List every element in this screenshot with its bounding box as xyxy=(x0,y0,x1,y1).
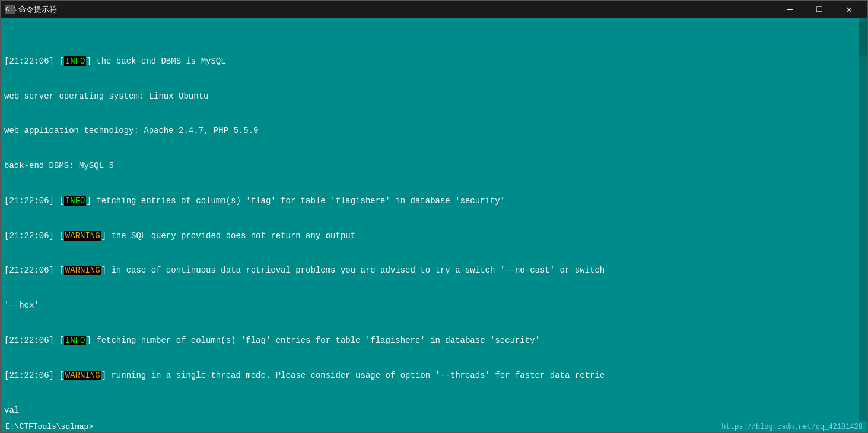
line-1: [21:22:06] [INFO] the back-end DBMS is M… xyxy=(4,56,854,68)
command-prompt: E:\CTFTools\sqlmap> xyxy=(5,422,93,431)
close-button[interactable]: ✕ xyxy=(835,1,863,18)
line-9: [21:22:06] [WARNING] running in a single… xyxy=(4,370,854,382)
line-8: [21:22:06] [INFO] fetching number of col… xyxy=(4,335,854,347)
line-4: back-end DBMS: MySQL 5 xyxy=(4,160,854,172)
terminal-content: [21:22:06] [INFO] the back-end DBMS is M… xyxy=(4,21,854,421)
terminal-window: C:\ 命令提示符 — □ ✕ [21:22:06] [INFO] the ba… xyxy=(0,0,868,433)
bottom-bar: E:\CTFTools\sqlmap> https://blog.csdn.ne… xyxy=(1,421,867,432)
line-9b: val xyxy=(4,405,854,417)
line-7b: '--hex' xyxy=(4,300,854,312)
terminal-body: [21:22:06] [INFO] the back-end DBMS is M… xyxy=(1,18,867,421)
minimize-button[interactable]: — xyxy=(776,1,803,18)
window-controls[interactable]: — □ ✕ xyxy=(776,1,863,18)
scrollbar-thumb[interactable] xyxy=(859,21,867,56)
window-title: 命令提示符 xyxy=(18,4,776,15)
line-2: web server operating system: Linux Ubunt… xyxy=(4,91,854,103)
line-5: [21:22:06] [INFO] fetching entries of co… xyxy=(4,195,854,207)
line-3: web application technology: Apache 2.4.7… xyxy=(4,125,854,137)
line-6: [21:22:06] [WARNING] the SQL query provi… xyxy=(4,230,854,242)
titlebar: C:\ 命令提示符 — □ ✕ xyxy=(1,1,867,18)
csdn-url: https://blog.csdn.net/qq_42181428 xyxy=(721,423,863,431)
line-7: [21:22:06] [WARNING] in case of continuo… xyxy=(4,265,854,277)
scrollbar[interactable] xyxy=(859,18,867,421)
maximize-button[interactable]: □ xyxy=(806,1,833,18)
window-icon: C:\ xyxy=(5,5,15,14)
